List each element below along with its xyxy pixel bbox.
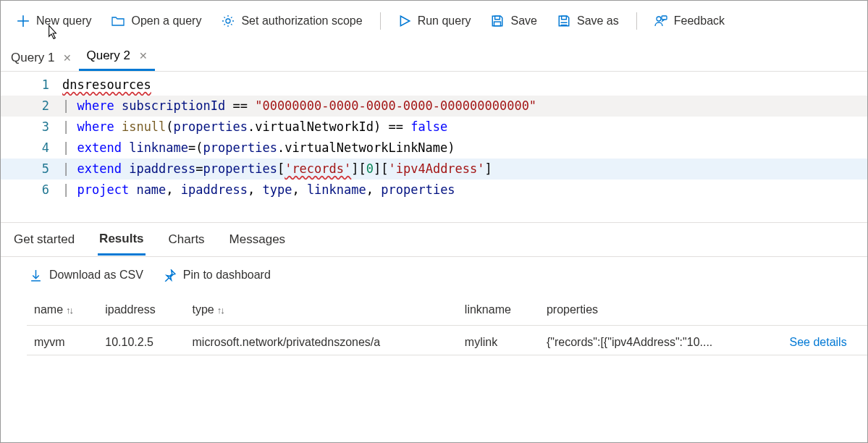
line-number: 2 <box>1 96 62 117</box>
code-line[interactable]: | where isnull(properties.virtualNetwork… <box>62 117 447 138</box>
col-linkname[interactable]: linkname <box>458 295 539 326</box>
download-csv-label: Download as CSV <box>49 269 143 282</box>
svg-rect-10 <box>662 16 667 20</box>
see-details-link[interactable]: See details <box>790 336 847 348</box>
open-query-label: Open a query <box>131 14 201 28</box>
pin-dashboard-button[interactable]: Pin to dashboard <box>164 269 271 282</box>
feedback-label: Feedback <box>674 14 725 28</box>
code-line[interactable]: dnsresources <box>62 75 151 96</box>
svg-marker-3 <box>400 16 409 26</box>
query-tab[interactable]: Query 2✕ <box>79 41 154 71</box>
col-properties[interactable]: properties <box>539 295 783 326</box>
code-line[interactable]: | where subscriptionId == "00000000-0000… <box>62 96 536 117</box>
svg-point-9 <box>657 17 661 21</box>
run-query-label: Run query <box>418 14 471 28</box>
close-icon[interactable]: ✕ <box>59 52 76 64</box>
result-actions: Download as CSV Pin to dashboard <box>1 257 867 289</box>
new-query-label: New query <box>36 14 91 28</box>
set-scope-button[interactable]: Set authorization scope <box>213 10 371 32</box>
toolbar-separator <box>380 12 381 30</box>
tab-get-started[interactable]: Get started <box>12 225 76 254</box>
results-table: name↑↓ipaddresstype↑↓linknameproperties … <box>27 295 868 355</box>
feedback-button[interactable]: Feedback <box>646 10 733 32</box>
editor-line: 5| extend ipaddress=properties['records'… <box>1 159 867 180</box>
run-query-button[interactable]: Run query <box>389 10 480 32</box>
svg-rect-5 <box>494 22 501 26</box>
query-tabs: Query 1✕Query 2✕ <box>1 41 867 72</box>
gear-icon <box>222 14 235 28</box>
tab-results[interactable]: Results <box>98 224 145 256</box>
editor-line: 1dnsresources <box>1 75 867 96</box>
svg-point-2 <box>226 19 230 23</box>
svg-rect-4 <box>495 16 500 20</box>
save-as-label: Save as <box>577 14 619 28</box>
results-tab-bar: Get started Results Charts Messages <box>1 222 867 257</box>
query-tab[interactable]: Query 1✕ <box>4 43 79 71</box>
query-tab-label: Query 2 <box>86 48 130 63</box>
col-type[interactable]: type↑↓ <box>185 295 458 326</box>
folder-icon <box>111 14 125 28</box>
cell-type: microsoft.network/privatednszones/a <box>185 326 458 355</box>
toolbar: New query Open a query Set authorization… <box>1 1 867 41</box>
close-icon[interactable]: ✕ <box>135 50 152 62</box>
line-number: 4 <box>1 138 62 159</box>
set-scope-label: Set authorization scope <box>241 14 362 28</box>
cell-name: myvm <box>27 326 98 355</box>
download-icon <box>30 269 42 282</box>
plus-icon <box>17 14 30 28</box>
table-header-row: name↑↓ipaddresstype↑↓linknameproperties <box>27 295 868 326</box>
line-number: 1 <box>1 75 62 96</box>
cell-linkname: mylink <box>458 326 539 355</box>
table-row[interactable]: myvm10.10.2.5microsoft.network/privatedn… <box>27 326 868 355</box>
pin-dashboard-label: Pin to dashboard <box>183 269 271 282</box>
editor-line: 6| project name, ipaddress, type, linkna… <box>1 180 867 201</box>
person-feedback-icon <box>654 14 667 28</box>
download-csv-button[interactable]: Download as CSV <box>30 269 143 282</box>
save-as-button[interactable]: Save as <box>549 10 628 32</box>
editor-line: 4| extend linkname=(properties.virtualNe… <box>1 138 867 159</box>
tab-messages[interactable]: Messages <box>228 225 287 254</box>
code-line[interactable]: | extend ipaddress=properties['records']… <box>62 159 492 180</box>
cell-ipaddress: 10.10.2.5 <box>98 326 185 355</box>
save-label: Save <box>510 14 536 28</box>
sort-icon: ↑↓ <box>66 305 72 316</box>
toolbar-separator <box>636 12 637 30</box>
save-as-icon <box>557 14 570 28</box>
query-tab-label: Query 1 <box>11 51 54 65</box>
save-icon <box>491 14 504 28</box>
code-line[interactable]: | project name, ipaddress, type, linknam… <box>62 180 455 201</box>
col-ipaddress[interactable]: ipaddress <box>98 295 185 326</box>
code-line[interactable]: | extend linkname=(properties.virtualNet… <box>62 138 455 159</box>
save-button[interactable]: Save <box>482 10 545 32</box>
play-icon <box>398 14 411 28</box>
pin-icon <box>164 269 176 282</box>
tab-charts[interactable]: Charts <box>167 225 206 254</box>
cell-properties: {"records":[{"ipv4Address":"10.... <box>539 326 783 355</box>
sort-icon: ↑↓ <box>217 305 224 316</box>
new-query-button[interactable]: New query <box>8 10 100 32</box>
line-number: 5 <box>1 159 62 180</box>
editor-line: 2| where subscriptionId == "00000000-000… <box>1 96 867 117</box>
line-number: 6 <box>1 180 62 201</box>
line-number: 3 <box>1 117 62 138</box>
open-query-button[interactable]: Open a query <box>103 10 210 32</box>
query-editor[interactable]: 1dnsresources2| where subscriptionId == … <box>1 72 867 222</box>
svg-rect-6 <box>562 16 567 20</box>
editor-line: 3| where isnull(properties.virtualNetwor… <box>1 117 867 138</box>
col-name[interactable]: name↑↓ <box>27 295 98 326</box>
